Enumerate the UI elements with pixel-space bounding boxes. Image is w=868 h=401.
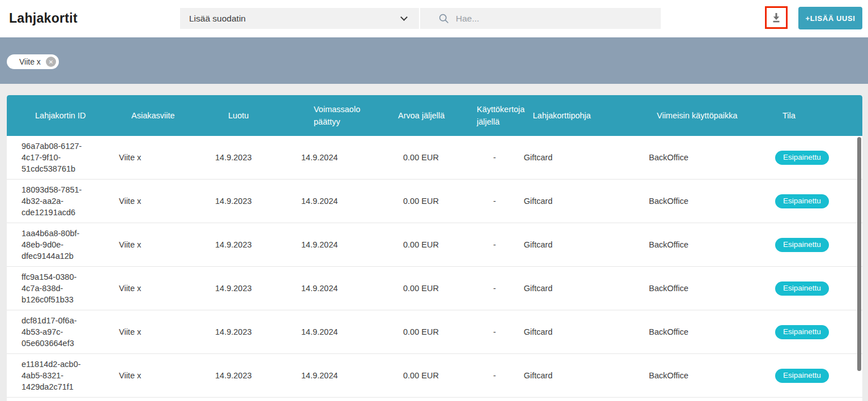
cell-value-left: 0.00 EUR [374, 310, 453, 353]
giftcards-table: Lahjakortin ID Asiakasviite Luotu Voimas… [7, 95, 862, 401]
cell-last-used-location: BackOffice [612, 267, 753, 310]
cell-created: 14.9.2023 [202, 180, 276, 223]
cell-template: Giftcard [521, 223, 612, 266]
column-header-customer-ref: Asiakasviite [106, 95, 202, 136]
cell-value-left: 0.00 EUR [374, 180, 453, 223]
cell-uses-left: - [453, 180, 521, 223]
cell-customer-ref: Viite x [106, 354, 202, 397]
download-button[interactable] [765, 6, 788, 29]
cell-status: Esipainettu [753, 267, 862, 310]
column-header-status: Tila [753, 95, 862, 136]
search-input[interactable] [456, 14, 643, 24]
cell-uses-left: - [453, 136, 521, 179]
column-header-expires: Voimassaolo päättyy [276, 95, 374, 136]
cell-giftcard-id: e11814d2-acb0-4ab5-8321-1429da2c71f1 [7, 354, 106, 397]
cell-last-used-location: BackOffice [612, 180, 753, 223]
status-badge: Esipainettu [775, 369, 829, 383]
cell-template: Giftcard [521, 180, 612, 223]
cell-last-used-location: BackOffice [612, 354, 753, 397]
search-box[interactable] [420, 8, 661, 29]
cell-giftcard-id: dcf81d17-0f6a-4b53-a97c-05e603664ef3 [7, 310, 106, 353]
cell-expires: 14.9.2024 [276, 310, 374, 353]
table-header-row: Lahjakortin ID Asiakasviite Luotu Voimas… [7, 95, 862, 136]
table-row[interactable]: 1aa4b6a8-80bf-48eb-9d0e-dfec9144a12b Vii… [7, 223, 862, 267]
cell-created: 14.9.2023 [202, 223, 276, 266]
cell-value-left: 0.00 EUR [374, 354, 453, 397]
table-scrollbar-thumb[interactable] [857, 137, 861, 371]
page-title: Lahjakortit [9, 11, 78, 26]
cell-template: Giftcard [521, 267, 612, 310]
cell-customer-ref: Viite x [106, 180, 202, 223]
column-header-id: Lahjakortin ID [7, 95, 106, 136]
cell-giftcard-id: ffc9a154-0380-4c7a-838d-b126c0f51b33 [7, 267, 106, 310]
cell-expires: 14.9.2024 [276, 223, 374, 266]
cell-status: Esipainettu [753, 180, 862, 223]
cell-customer-ref: Viite x [106, 136, 202, 179]
top-bar: Lahjakortit Lisää suodatin +LISÄÄ UUSI [0, 0, 868, 37]
table-row[interactable]: 18093d58-7851-4b32-aa2a-cde12191acd6 Vii… [7, 180, 862, 223]
remove-filter-icon[interactable]: ✕ [46, 57, 56, 67]
cell-template: Giftcard [521, 310, 612, 353]
cell-uses-left: - [453, 354, 521, 397]
cell-status: Esipainettu [753, 136, 862, 179]
table-row[interactable]: e11814d2-acb0-4ab5-8321-1429da2c71f1 Vii… [7, 354, 862, 398]
cell-status: Esipainettu [753, 310, 862, 353]
active-filters-bar: Viite x ✕ [0, 37, 868, 84]
cell-customer-ref: Viite x [106, 267, 202, 310]
cell-last-used-location: BackOffice [612, 136, 753, 179]
filter-chip-label: Viite x [19, 57, 41, 66]
status-badge: Esipainettu [775, 325, 829, 339]
cell-created: 14.9.2023 [202, 267, 276, 310]
cell-created: 14.9.2023 [202, 310, 276, 353]
cell-uses-left: - [453, 267, 521, 310]
column-header-created: Luotu [202, 95, 276, 136]
cell-uses-left: - [453, 310, 521, 353]
cell-customer-ref: Viite x [106, 310, 202, 353]
cell-last-used-location: BackOffice [612, 223, 753, 266]
table-scrollbar-track[interactable] [857, 136, 862, 401]
column-header-value-left: Arvoa jäljellä [374, 95, 453, 136]
cell-created: 14.9.2023 [202, 354, 276, 397]
filter-chip-viite-x: Viite x ✕ [7, 54, 59, 69]
table-row[interactable]: dcf81d17-0f6a-4b53-a97c-05e603664ef3 Vii… [7, 310, 862, 354]
add-new-button[interactable]: +LISÄÄ UUSI [798, 7, 862, 29]
status-badge: Esipainettu [775, 281, 829, 296]
column-header-template: Lahjakorttipohja [521, 95, 612, 136]
cell-giftcard-id: 1aa4b6a8-80bf-48eb-9d0e-dfec9144a12b [7, 223, 106, 266]
cell-expires: 14.9.2024 [276, 180, 374, 223]
download-icon [769, 11, 783, 24]
cell-giftcard-id: 96a7ab08-6127-4c17-9f10-51cdc538761b [7, 136, 106, 179]
chevron-down-icon [400, 14, 408, 21]
table-body: 96a7ab08-6127-4c17-9f10-51cdc538761b Vii… [7, 136, 862, 398]
cell-status: Esipainettu [753, 223, 862, 266]
cell-expires: 14.9.2024 [276, 354, 374, 397]
cell-expires: 14.9.2024 [276, 267, 374, 310]
cell-template: Giftcard [521, 354, 612, 397]
cell-value-left: 0.00 EUR [374, 267, 453, 310]
cell-created: 14.9.2023 [202, 136, 276, 179]
status-badge: Esipainettu [775, 238, 829, 252]
cell-status: Esipainettu [753, 354, 862, 397]
status-badge: Esipainettu [775, 151, 829, 165]
table-row[interactable]: ffc9a154-0380-4c7a-838d-b126c0f51b33 Vii… [7, 267, 862, 310]
add-filter-dropdown[interactable]: Lisää suodatin [180, 8, 419, 29]
search-icon [438, 13, 450, 24]
cell-last-used-location: BackOffice [612, 310, 753, 353]
cell-giftcard-id: 18093d58-7851-4b32-aa2a-cde12191acd6 [7, 180, 106, 223]
cell-value-left: 0.00 EUR [374, 136, 453, 179]
cell-expires: 14.9.2024 [276, 136, 374, 179]
status-badge: Esipainettu [775, 194, 829, 208]
column-header-uses-left: Käyttökertoja jäljellä [453, 95, 521, 136]
table-row[interactable]: 96a7ab08-6127-4c17-9f10-51cdc538761b Vii… [7, 136, 862, 180]
cell-customer-ref: Viite x [106, 223, 202, 266]
add-filter-dropdown-label: Lisää suodatin [189, 14, 401, 24]
cell-value-left: 0.00 EUR [374, 223, 453, 266]
cell-template: Giftcard [521, 136, 612, 179]
cell-uses-left: - [453, 223, 521, 266]
column-header-last-used-location: Viimeisin käyttöpaikka [612, 95, 753, 136]
